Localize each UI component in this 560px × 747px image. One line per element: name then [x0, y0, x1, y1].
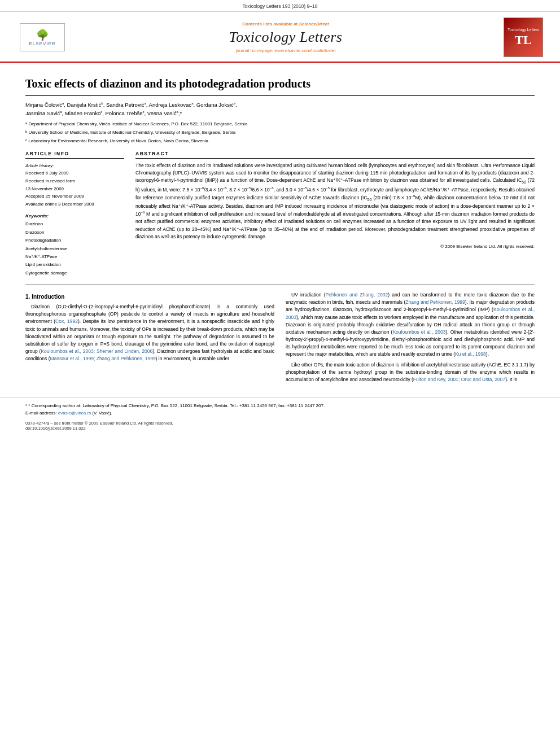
authors: Mirjana Čolovića, Danijela Krstićb, Sand… — [25, 101, 535, 117]
journal-top-bar: Toxicology Letters 193 (2010) 9–18 — [0, 0, 560, 12]
journal-header: 🌳 ELSEVIER Contents lists available at S… — [0, 12, 560, 63]
body-left-col: 1. Introduction Diazinon (O,O-diethyl-O-… — [25, 291, 274, 386]
journal-homepage: journal homepage: www.elsevier.com/locat… — [68, 48, 504, 53]
elsevier-brand-name: ELSEVIER — [29, 41, 55, 46]
sciencedirect-brand: ScienceDirect — [299, 21, 329, 27]
section-divider — [25, 284, 535, 285]
online-date: Available online 3 December 2009 — [25, 200, 124, 208]
footnote-corresponding: * * Corresponding author at: Laboratory … — [25, 403, 535, 417]
revised-label: Received in revised form — [25, 177, 124, 185]
elsevier-logo: 🌳 ELSEVIER — [17, 23, 68, 51]
keywords-title: Keywords: — [25, 213, 124, 219]
intro-heading: 1. Introduction — [25, 294, 274, 300]
affil-a: a Department of Physical Chemistry, Vinč… — [25, 121, 535, 128]
keyword-4: Acetylcholinesterase — [25, 245, 124, 253]
abstract-heading: ABSTRACT — [135, 151, 535, 159]
keywords-list: Diazinon Diazoxon Photodegradation Acety… — [25, 220, 124, 277]
intro-para2: UV irradiation (Pehkonen and Zhang, 2002… — [286, 291, 535, 383]
body-right-col: UV irradiation (Pehkonen and Zhang, 2002… — [286, 291, 535, 386]
footer-issn: 0378-4274/$ – see front matter © 2009 El… — [25, 421, 535, 426]
journal-title: Toxicology Letters — [68, 29, 504, 46]
journal-logo-box: Toxicology Letters TL — [504, 18, 543, 57]
info-abstract-section: ARTICLE INFO Article history: Received 6… — [25, 151, 535, 277]
article-title: Toxic effects of diazinon and its photod… — [25, 76, 535, 96]
article-history: Article history: Received 6 July 2009 Re… — [25, 162, 124, 208]
keyword-3: Photodegradation — [25, 237, 124, 244]
footnote-email: evasic@vinca.rs — [58, 410, 91, 416]
footer-doi: doi:10.1016/j.toxlet.2009.11.022 — [25, 426, 535, 431]
journal-citation: Toxicology Letters 193 (2010) 9–18 — [243, 3, 318, 9]
keyword-1: Diazinon — [25, 220, 124, 228]
copyright-line: © 2009 Elsevier Ireland Ltd. All rights … — [135, 244, 535, 249]
keyword-2: Diazoxon — [25, 229, 124, 237]
main-content: Toxic effects of diazinon and its photod… — [0, 63, 560, 392]
keyword-5: Na⁺/K⁺-ATPase — [25, 253, 124, 261]
article-info-col: ARTICLE INFO Article history: Received 6… — [25, 151, 124, 277]
affiliations: a Department of Physical Chemistry, Vinč… — [25, 121, 535, 145]
elsevier-tree-icon: 🌳 — [36, 29, 49, 41]
header-center: Contents lists available at ScienceDirec… — [68, 21, 504, 53]
elsevier-logo-box: 🌳 ELSEVIER — [20, 23, 65, 51]
journal-url: www.elsevier.com/locate/toxlet — [274, 48, 336, 53]
abstract-col: ABSTRACT The toxic effects of diazinon a… — [135, 151, 535, 277]
history-label: Article history: — [25, 163, 54, 168]
page-footer: * * Corresponding author at: Laboratory … — [0, 397, 560, 435]
revised-date: 13 November 2009 — [25, 185, 124, 193]
keywords-section: Keywords: Diazinon Diazoxon Photodegrada… — [25, 213, 124, 277]
logo-journal-name: Toxicology Letters — [508, 28, 539, 32]
article-info-heading: ARTICLE INFO — [25, 151, 124, 159]
page-wrapper: Toxicology Letters 193 (2010) 9–18 🌳 ELS… — [0, 0, 560, 747]
footer-license: 0378-4274/$ – see front matter © 2009 El… — [25, 421, 535, 431]
authors-text: Mirjana Čolovića, Danijela Krstićb, Sand… — [25, 102, 237, 116]
received-date: Received 6 July 2009 — [25, 169, 124, 177]
intro-para1: Diazinon (O,O-diethyl-O-(2-isopropyl-4-m… — [25, 303, 274, 362]
journal-logo-tl: TL — [515, 33, 531, 47]
sciencedirect-label: Contents lists available at ScienceDirec… — [68, 21, 504, 27]
abstract-text: The toxic effects of diazinon and its ir… — [135, 162, 535, 241]
accepted-date: Accepted 25 November 2009 — [25, 193, 124, 200]
affil-c: c Laboratory for Environmental Research,… — [25, 138, 535, 145]
affil-b: b University School of Medicine, Institu… — [25, 129, 535, 137]
keyword-6: Lipid peroxidation — [25, 261, 124, 269]
body-section: 1. Introduction Diazinon (O,O-diethyl-O-… — [25, 291, 535, 386]
keyword-7: Cytogenetic damage — [25, 269, 124, 277]
